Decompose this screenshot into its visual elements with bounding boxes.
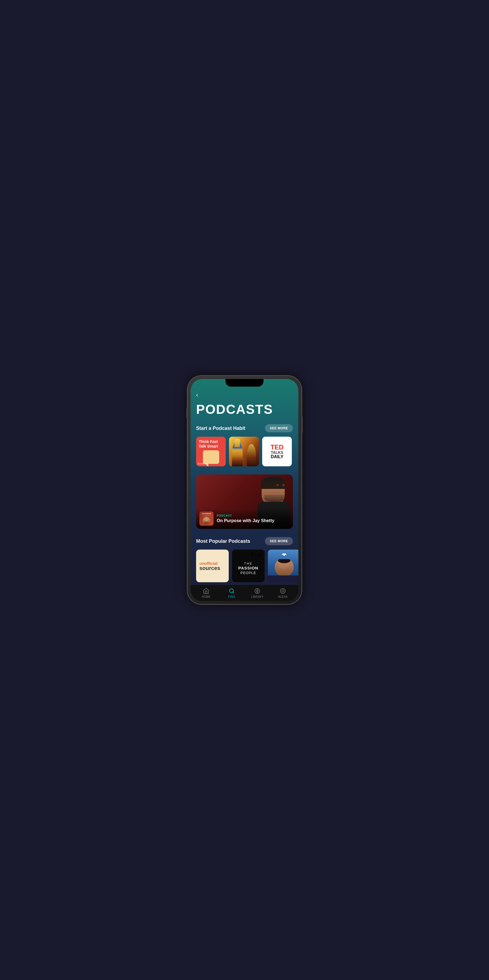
card-bird-icon xyxy=(281,552,287,558)
habit-section-header: Start a Podcast Habit SEE MORE xyxy=(191,424,298,432)
card-business-logo: BUSINESS xyxy=(198,463,208,465)
banner-thumb-title: ON PURPOSE xyxy=(202,513,211,514)
svg-point-6 xyxy=(280,589,285,593)
ted-talks-text: TALKS xyxy=(271,450,284,455)
banner-text-area: PODCAST On Purpose with Jay Shetty xyxy=(217,514,290,523)
card-face-circle xyxy=(275,559,294,577)
header: ‹ PODCASTS xyxy=(191,389,298,416)
popular-section-title: Most Popular Podcasts xyxy=(196,538,250,544)
nav-item-library[interactable]: LIBRARY xyxy=(244,588,270,598)
habit-see-more-button[interactable]: SEE MORE xyxy=(265,424,293,432)
passion-people-card[interactable]: P.Log THE PASSION PEOPLE xyxy=(232,550,265,582)
banner-thumb-subtitle: with Jay Shetty xyxy=(202,515,211,516)
thumb-face xyxy=(203,517,210,525)
speech-bubble-icon xyxy=(203,450,219,464)
person-podcast-card[interactable] xyxy=(268,550,298,582)
card-body-bottom xyxy=(268,576,298,582)
passion-line2: PASSION xyxy=(235,566,262,570)
gita-card[interactable] xyxy=(229,437,259,466)
svg-line-1 xyxy=(233,592,234,593)
nav-label-alexa: ALEXA xyxy=(278,595,288,598)
popular-see-more-button[interactable]: SEE MORE xyxy=(265,537,293,545)
nav-label-library: LIBRARY xyxy=(251,595,264,598)
nav-item-home[interactable]: HOME xyxy=(194,588,219,598)
passion-badge: P.Log xyxy=(251,552,262,557)
ted-daily-text: DAILY xyxy=(271,455,284,459)
arjuna-figure xyxy=(247,444,256,466)
notch xyxy=(225,379,264,387)
nav-item-find[interactable]: FIND xyxy=(219,588,244,598)
passion-text-area: THE PASSION PEOPLE xyxy=(235,557,262,579)
unofficial-sources-card[interactable]: unofficial sources xyxy=(196,550,229,582)
person-hair xyxy=(261,477,285,489)
svg-point-3 xyxy=(256,590,258,592)
phone-frame: ‹ PODCASTS Start a Podcast Habit SEE MOR… xyxy=(187,376,302,604)
ted-logo-text: TED xyxy=(271,444,284,450)
back-button[interactable]: ‹ xyxy=(196,391,198,399)
featured-banner[interactable]: ON PURPOSE with Jay Shetty PODCAST xyxy=(196,474,293,529)
banner-title: On Purpose with Jay Shetty xyxy=(217,518,290,523)
person-beard xyxy=(264,495,285,502)
svg-point-7 xyxy=(282,590,284,592)
card-person-image xyxy=(268,559,298,582)
bottom-navigation: HOME FIND xyxy=(191,585,298,601)
think-fast-card[interactable]: Think Fast Talk Smart BUSINESS xyxy=(196,437,226,466)
banner-thumb-content: ON PURPOSE with Jay Shetty xyxy=(202,513,211,525)
think-fast-title: Think Fast Talk Smart xyxy=(199,439,223,449)
passion-line3: PEOPLE xyxy=(235,571,262,575)
popular-section: Most Popular Podcasts SEE MORE unofficia… xyxy=(191,537,298,588)
gita-image xyxy=(229,437,259,466)
screen-scroll[interactable]: ‹ PODCASTS Start a Podcast Habit SEE MOR… xyxy=(191,379,298,601)
svg-point-0 xyxy=(230,589,233,593)
content-area: ‹ PODCASTS Start a Podcast Habit SEE MOR… xyxy=(191,379,298,588)
ted-logo-area: TED TALKS DAILY xyxy=(271,444,284,459)
unofficial-main-text: unofficial xyxy=(199,561,218,565)
alexa-icon xyxy=(279,588,286,594)
home-icon xyxy=(203,588,210,594)
passion-line1: THE xyxy=(235,562,262,565)
popular-cards-row: unofficial sources P.Log THE PASSION PEO… xyxy=(191,550,298,582)
nav-label-find: FIND xyxy=(228,595,235,598)
banner-info: ON PURPOSE with Jay Shetty PODCAST xyxy=(196,508,293,529)
nav-label-home: HOME xyxy=(202,595,211,598)
unofficial-sub-text: sources xyxy=(199,565,220,571)
podcast-cards-row: Think Fast Talk Smart BUSINESS xyxy=(191,437,298,466)
crown-decoration xyxy=(235,439,240,447)
banner-label: PODCAST xyxy=(217,514,290,517)
popular-section-header: Most Popular Podcasts SEE MORE xyxy=(191,537,298,545)
banner-thumbnail: ON PURPOSE with Jay Shetty xyxy=(199,511,213,526)
speech-bubble-area xyxy=(199,450,223,464)
phone-screen: ‹ PODCASTS Start a Podcast Habit SEE MOR… xyxy=(191,379,298,601)
ted-card[interactable]: TED TALKS DAILY xyxy=(262,437,292,466)
habit-section-title: Start a Podcast Habit xyxy=(196,426,245,431)
library-icon xyxy=(254,588,260,594)
find-icon xyxy=(229,588,235,594)
page-title: PODCASTS xyxy=(196,403,293,416)
nav-item-alexa[interactable]: ALEXA xyxy=(270,588,295,598)
